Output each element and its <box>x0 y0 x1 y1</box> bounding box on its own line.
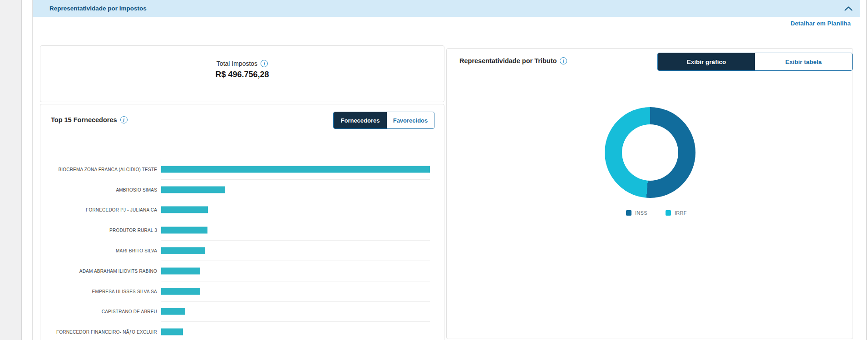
total-impostos-value: R$ 496.756,28 <box>40 70 444 79</box>
info-icon[interactable]: i <box>120 116 128 123</box>
bar-track <box>161 322 430 340</box>
fornecedores-bar-chart: BIOCREMA ZONA FRANCA (ALCIDIO) TESTEAMBR… <box>40 159 430 340</box>
tributo-card: Representatividade por Tributo i Exibir … <box>446 48 853 339</box>
legend-swatch-icon <box>666 210 671 216</box>
bar-track <box>161 302 430 322</box>
toggle-fornecedores-button[interactable]: Fornecedores <box>334 112 387 128</box>
bar-category-label: EMPRESA ULISSES SILVA SA <box>40 289 161 294</box>
bar-category-label: ADAM ABRAHAM ILIOVITS RABINO <box>40 269 161 274</box>
toggle-exibir-tabela-button[interactable]: Exibir tabela <box>755 53 852 70</box>
detalhar-em-planilha-link[interactable]: Detalhar em Planilha <box>790 20 851 27</box>
bar-row: EMPRESA ULISSES SILVA SA <box>40 281 430 302</box>
legend-label: INSS <box>635 210 647 216</box>
chevron-up-icon[interactable] <box>844 6 853 11</box>
bar-category-label: MARI BRITO SILVA <box>40 248 161 253</box>
bar-track <box>161 261 430 281</box>
top-fornecedores-card: Top 15 Fornecedores i Fornecedores Favor… <box>40 104 444 340</box>
bar-category-label: CAPISTRANO DE ABREU <box>40 309 161 314</box>
total-impostos-card: Total Impostos i R$ 496.756,28 <box>40 45 444 102</box>
bar-category-label: PRODUTOR RURAL 3 <box>40 228 161 233</box>
fornecedores-favorecidos-toggle: Fornecedores Favorecidos <box>333 112 434 129</box>
bar-track <box>161 281 430 302</box>
legend-item-irrf[interactable]: IRRF <box>666 210 687 216</box>
bar-row: FORNECEDOR FINANCEIRO- NÃƒO EXCLUIR <box>40 322 430 340</box>
bar-value <box>161 267 200 274</box>
legend-label: IRRF <box>675 210 687 216</box>
bar-value <box>161 288 200 295</box>
bar-value <box>161 186 225 193</box>
top-fornecedores-title: Top 15 Fornecedores <box>51 116 117 123</box>
bar-value <box>161 166 430 172</box>
bar-value <box>161 329 183 335</box>
page-right-divider <box>866 0 867 340</box>
panel-title: Representatividade por Impostos <box>49 5 147 12</box>
info-icon[interactable]: i <box>261 60 268 67</box>
bar-category-label: FORNECEDOR PJ - JULIANA CA <box>40 207 161 212</box>
bar-value <box>161 227 207 234</box>
bar-track <box>161 200 430 221</box>
donut-hole <box>622 124 678 181</box>
bar-row: CAPISTRANO DE ABREU <box>40 302 430 322</box>
bar-row: AMBROSIO SIMAS <box>40 180 430 200</box>
bar-value <box>161 247 205 254</box>
grafico-tabela-toggle: Exibir gráfico Exibir tabela <box>657 53 853 71</box>
bar-row: MARI BRITO SILVA <box>40 241 430 261</box>
tributo-donut-chart <box>605 107 695 198</box>
panel-header-representatividade-impostos[interactable]: Representatividade por Impostos <box>33 0 860 17</box>
bar-track <box>161 220 430 241</box>
legend-item-inss[interactable]: INSS <box>626 210 647 216</box>
legend-swatch-icon <box>626 210 631 216</box>
left-sidebar-strip <box>0 0 22 340</box>
bar-row: PRODUTOR RURAL 3 <box>40 220 430 241</box>
bar-track <box>161 180 430 200</box>
bar-track <box>161 159 430 180</box>
bar-value <box>161 207 208 213</box>
total-impostos-label: Total Impostos <box>217 60 257 67</box>
toggle-favorecidos-button[interactable]: Favorecidos <box>387 112 434 128</box>
bar-row: BIOCREMA ZONA FRANCA (ALCIDIO) TESTE <box>40 159 430 180</box>
tributo-title: Representatividade por Tributo <box>459 57 557 64</box>
bar-track <box>161 241 430 261</box>
impostos-panel: Representatividade por Impostos Detalhar… <box>32 0 860 340</box>
bar-row: ADAM ABRAHAM ILIOVITS RABINO <box>40 261 430 281</box>
info-icon[interactable]: i <box>560 57 567 64</box>
toggle-exibir-grafico-button[interactable]: Exibir gráfico <box>658 53 755 70</box>
bar-row: FORNECEDOR PJ - JULIANA CA <box>40 200 430 221</box>
bar-category-label: FORNECEDOR FINANCEIRO- NÃƒO EXCLUIR <box>40 330 161 335</box>
bar-category-label: BIOCREMA ZONA FRANCA (ALCIDIO) TESTE <box>40 167 161 172</box>
bar-category-label: AMBROSIO SIMAS <box>40 187 161 192</box>
bar-value <box>161 308 185 315</box>
donut-legend: INSSIRRF <box>626 210 687 216</box>
